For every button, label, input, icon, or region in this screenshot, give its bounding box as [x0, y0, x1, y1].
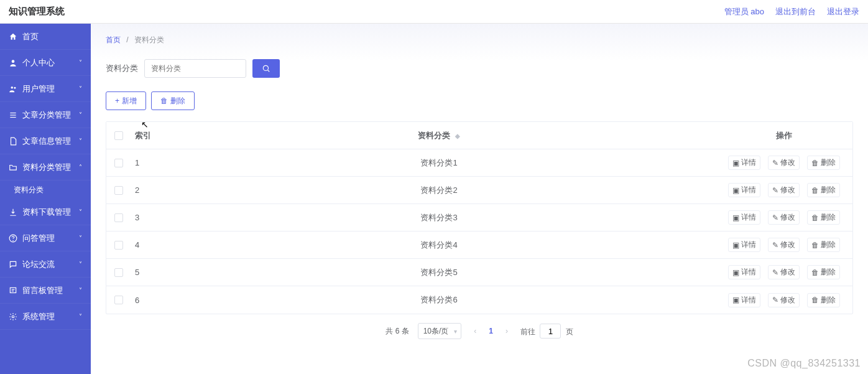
detail-icon: ▣	[732, 159, 739, 167]
sidebar-item[interactable]: 资料下载管理˅	[0, 199, 91, 225]
edit-icon: ✎	[772, 241, 778, 250]
breadcrumb: 首页 / 资料分类	[106, 35, 853, 45]
top-bar: 知识管理系统 管理员 abo 退出到前台 退出登录	[0, 0, 868, 24]
edit-button[interactable]: ✎ 修改	[768, 265, 800, 279]
edit-icon: ✎	[772, 159, 778, 167]
select-all-checkbox[interactable]	[114, 131, 123, 140]
row-category: 资料分类2	[162, 185, 716, 196]
to-front-link[interactable]: 退出到前台	[775, 6, 816, 17]
table-row: 2资料分类2▣ 详情✎ 修改🗑 删除	[106, 177, 852, 204]
delete-row-button[interactable]: 🗑 删除	[807, 156, 840, 170]
detail-button[interactable]: ▣ 详情	[728, 238, 760, 252]
row-checkbox[interactable]	[114, 159, 123, 167]
detail-button[interactable]: ▣ 详情	[728, 265, 760, 279]
row-checkbox[interactable]	[114, 186, 123, 195]
admin-link[interactable]: 管理员 abo	[724, 6, 764, 17]
gear-icon	[9, 312, 17, 321]
sidebar-item[interactable]: 问答管理˅	[0, 225, 91, 251]
sidebar-item-label: 文章信息管理	[22, 136, 79, 147]
chat-icon	[9, 260, 17, 269]
detail-button[interactable]: ▣ 详情	[728, 210, 760, 225]
delete-row-button[interactable]: 🗑 删除	[807, 183, 840, 197]
detail-button[interactable]: ▣ 详情	[728, 156, 760, 170]
breadcrumb-sep: /	[126, 35, 128, 44]
edit-button[interactable]: ✎ 修改	[768, 210, 800, 225]
delete-button-label: 删除	[170, 96, 185, 106]
edit-icon: ✎	[772, 213, 778, 222]
folder-icon	[9, 163, 17, 172]
delete-button[interactable]: 🗑 删除	[151, 91, 195, 110]
edit-button[interactable]: ✎ 修改	[768, 156, 800, 170]
plus-icon: +	[115, 96, 119, 105]
sidebar-item-label: 问答管理	[22, 233, 79, 244]
edit-icon: ✎	[772, 186, 778, 195]
chevron-down-icon: ˅	[79, 59, 82, 66]
pager-prev[interactable]: ‹	[470, 327, 480, 335]
sidebar-item[interactable]: 首页	[0, 24, 91, 50]
trash-icon: 🗑	[811, 159, 819, 167]
sidebar-item[interactable]: 系统管理˅	[0, 304, 91, 330]
sidebar-item-label: 首页	[22, 31, 82, 42]
search-input[interactable]	[144, 59, 246, 78]
row-index: 2	[131, 185, 162, 195]
edit-button[interactable]: ✎ 修改	[768, 293, 800, 307]
chevron-down-icon: ˅	[79, 287, 82, 294]
row-ops: ▣ 详情✎ 修改🗑 删除	[716, 238, 852, 252]
chevron-down-icon: ˅	[79, 85, 82, 92]
row-checkbox[interactable]	[114, 213, 123, 222]
pager-goto-input[interactable]	[540, 324, 561, 339]
table-header: 索引 资料分类 ◆ 操作	[106, 122, 852, 149]
delete-row-button[interactable]: 🗑 删除	[807, 238, 840, 252]
logout-link[interactable]: 退出登录	[827, 6, 859, 17]
chevron-down-icon: ˅	[79, 235, 82, 241]
header-index: 索引	[131, 130, 162, 141]
breadcrumb-home[interactable]: 首页	[106, 35, 121, 44]
search-button[interactable]	[252, 59, 280, 78]
list-icon	[9, 111, 17, 119]
edit-icon: ✎	[772, 268, 778, 277]
sidebar-item[interactable]: 留言板管理˅	[0, 278, 91, 304]
row-checkbox[interactable]	[114, 241, 123, 250]
top-links: 管理员 abo 退出到前台 退出登录	[724, 6, 859, 17]
pager-size-select[interactable]: 10条/页	[418, 323, 462, 339]
row-index: 6	[131, 296, 162, 305]
sidebar-item-label: 用户管理	[22, 83, 79, 95]
sidebar-sub-item[interactable]: 资料分类	[0, 180, 91, 199]
sidebar-item[interactable]: 用户管理˅	[0, 76, 91, 102]
delete-row-button[interactable]: 🗑 删除	[807, 210, 840, 225]
sidebar-item[interactable]: 个人中心˅	[0, 50, 91, 76]
row-checkbox[interactable]	[114, 296, 123, 304]
row-ops: ▣ 详情✎ 修改🗑 删除	[716, 210, 852, 225]
action-buttons: + 新增 🗑 删除	[106, 91, 853, 110]
pager-total: 共 6 条	[386, 326, 409, 337]
edit-button[interactable]: ✎ 修改	[768, 238, 800, 252]
trash-icon: 🗑	[160, 96, 168, 105]
sidebar-item[interactable]: 论坛交流˅	[0, 251, 91, 278]
detail-button[interactable]: ▣ 详情	[728, 183, 760, 197]
sidebar-item-label: 资料下载管理	[22, 207, 79, 218]
table-row: 3资料分类3▣ 详情✎ 修改🗑 删除	[106, 204, 852, 231]
delete-row-button[interactable]: 🗑 删除	[807, 293, 840, 307]
detail-button[interactable]: ▣ 详情	[728, 293, 760, 307]
sidebar-item[interactable]: 文章信息管理˅	[0, 128, 91, 154]
row-category: 资料分类1	[162, 157, 716, 169]
delete-row-button[interactable]: 🗑 删除	[807, 265, 840, 279]
header-category[interactable]: 资料分类 ◆	[162, 130, 716, 141]
trash-icon: 🗑	[811, 296, 819, 304]
edit-button[interactable]: ✎ 修改	[768, 183, 800, 197]
detail-icon: ▣	[732, 213, 739, 222]
home-icon	[9, 32, 17, 41]
sidebar-item[interactable]: 文章分类管理˅	[0, 102, 91, 128]
download-icon	[9, 208, 17, 217]
row-category: 资料分类3	[162, 212, 716, 223]
breadcrumb-current: 资料分类	[134, 35, 164, 44]
row-checkbox[interactable]	[114, 268, 123, 277]
pager-next[interactable]: ›	[502, 327, 512, 335]
pager-current[interactable]: 1	[489, 327, 493, 335]
sidebar-item-label: 论坛交流	[22, 259, 79, 270]
trash-icon: 🗑	[811, 241, 819, 250]
add-button[interactable]: + 新增	[106, 91, 146, 110]
chevron-down-icon: ˅	[79, 138, 82, 144]
sidebar-item[interactable]: 资料分类管理˄	[0, 154, 91, 180]
pagination: 共 6 条 10条/页 ‹ 1 › 前往 页	[106, 323, 853, 339]
